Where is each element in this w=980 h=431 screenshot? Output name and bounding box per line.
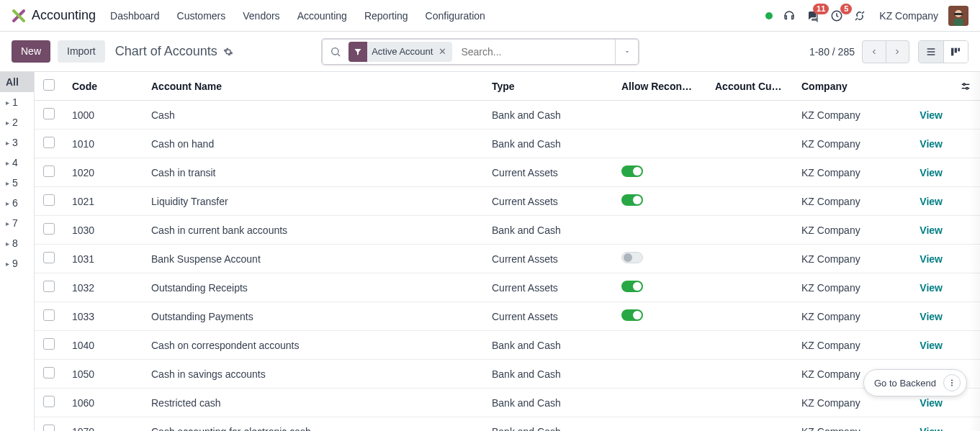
sidebar-section[interactable]: ▸2 [0, 112, 34, 132]
table-row[interactable]: 1070Cash accounting for electronic cashB… [35, 417, 980, 432]
sidebar-section[interactable]: ▸5 [0, 173, 34, 193]
row-checkbox[interactable] [43, 223, 55, 235]
reconcile-toggle[interactable] [621, 194, 643, 206]
chevron-right-icon: ▸ [6, 179, 9, 187]
view-link[interactable]: View [920, 340, 943, 351]
cell-company: KZ Company [793, 158, 894, 187]
search-input[interactable] [455, 40, 615, 64]
optional-columns-icon[interactable] [960, 81, 971, 92]
activities-icon[interactable]: 5 [830, 9, 843, 22]
go-to-backend-pill[interactable]: Go to Backend [863, 369, 967, 396]
cell-type: Bank and Cash [483, 360, 613, 389]
view-link[interactable]: View [920, 397, 943, 409]
select-all-checkbox[interactable] [43, 79, 55, 91]
row-checkbox[interactable] [43, 309, 55, 321]
debug-icon[interactable] [853, 9, 866, 22]
row-checkbox[interactable] [43, 108, 55, 119]
new-button[interactable]: New [12, 40, 50, 63]
sidebar-all[interactable]: All [0, 72, 34, 92]
cell-name: Cash in savings accounts [143, 360, 483, 389]
col-header-code[interactable]: Code [63, 72, 143, 101]
table-row[interactable]: 1032Outstanding ReceiptsCurrent AssetsKZ… [35, 273, 980, 302]
col-header-currency[interactable]: Account Cur… [706, 72, 793, 101]
view-switcher [918, 40, 968, 63]
user-avatar[interactable] [948, 6, 968, 26]
cell-name: Cash on hand [143, 130, 483, 158]
menu-item-reporting[interactable]: Reporting [364, 10, 408, 22]
cell-reconcile [613, 417, 706, 432]
presence-status-icon[interactable] [765, 12, 773, 19]
row-checkbox[interactable] [43, 252, 55, 263]
row-checkbox[interactable] [43, 194, 55, 206]
reconcile-toggle[interactable] [621, 281, 643, 292]
reconcile-toggle[interactable] [621, 165, 643, 177]
menu-item-accounting[interactable]: Accounting [297, 10, 347, 22]
row-checkbox[interactable] [43, 367, 55, 378]
table-row[interactable]: 1021Liquidity TransferCurrent AssetsKZ C… [35, 187, 980, 216]
col-header-type[interactable]: Type [483, 72, 613, 101]
table-row[interactable]: 1040Cash on correspondent accountsBank a… [35, 331, 980, 360]
row-checkbox[interactable] [43, 338, 55, 350]
breadcrumb-title: Chart of Accounts [115, 44, 217, 59]
sidebar-section[interactable]: ▸1 [0, 92, 34, 112]
view-link[interactable]: View [920, 224, 943, 236]
table-row[interactable]: 1000CashBank and CashKZ CompanyView [35, 101, 980, 130]
table-row[interactable]: 1031Bank Suspense AccountCurrent AssetsK… [35, 245, 980, 273]
menu-item-customers[interactable]: Customers [177, 10, 226, 22]
col-header-name[interactable]: Account Name [143, 72, 483, 101]
cell-code: 1070 [63, 417, 143, 432]
view-link[interactable]: View [920, 282, 943, 294]
sidebar-section[interactable]: ▸3 [0, 132, 34, 153]
view-list-button[interactable] [919, 41, 943, 63]
menu-item-dashboard[interactable]: Dashboard [110, 10, 160, 22]
table-row[interactable]: 1010Cash on handBank and CashKZ CompanyV… [35, 130, 980, 158]
sidebar-section[interactable]: ▸8 [0, 233, 34, 253]
pager-range[interactable]: 1-80 / 285 [809, 46, 855, 58]
app-logo[interactable]: Accounting [12, 8, 96, 23]
cell-company: KZ Company [793, 101, 894, 130]
row-checkbox[interactable] [43, 137, 55, 148]
view-link[interactable]: View [920, 167, 943, 178]
row-checkbox[interactable] [43, 396, 55, 407]
svg-line-4 [862, 12, 864, 14]
row-checkbox[interactable] [43, 425, 55, 431]
view-link[interactable]: View [920, 253, 943, 265]
col-header-company[interactable]: Company [793, 72, 894, 101]
messages-icon[interactable]: 11 [806, 9, 820, 22]
gear-icon[interactable] [223, 47, 233, 57]
view-link[interactable]: View [920, 109, 943, 121]
kebab-icon[interactable] [943, 374, 961, 391]
table-row[interactable]: 1030Cash in current bank accountsBank an… [35, 216, 980, 245]
sidebar-section[interactable]: ▸4 [0, 153, 34, 173]
search-options-toggle[interactable] [615, 40, 638, 64]
pager-next-button[interactable] [886, 41, 909, 63]
company-switcher[interactable]: KZ Company [879, 10, 938, 22]
sidebar-section[interactable]: ▸6 [0, 193, 34, 213]
menu-item-configuration[interactable]: Configuration [426, 10, 485, 22]
view-kanban-button[interactable] [943, 41, 968, 63]
sidebar-section-label: 3 [12, 137, 18, 148]
view-link[interactable]: View [920, 196, 943, 207]
cell-reconcile [613, 302, 706, 331]
reconcile-toggle[interactable] [621, 252, 643, 263]
remove-facet-icon[interactable]: ✕ [437, 46, 448, 57]
sidebar-section[interactable]: ▸7 [0, 213, 34, 233]
row-checkbox[interactable] [43, 165, 55, 177]
row-checkbox[interactable] [43, 281, 55, 292]
menu-item-vendors[interactable]: Vendors [243, 10, 279, 22]
view-link[interactable]: View [920, 426, 943, 432]
table-row[interactable]: 1050Cash in savings accountsBank and Cas… [35, 360, 980, 389]
cell-currency [706, 417, 793, 432]
reconcile-toggle[interactable] [621, 309, 643, 321]
table-row[interactable]: 1060Restricted cashBank and CashKZ Compa… [35, 389, 980, 417]
table-row[interactable]: 1020Cash in transitCurrent AssetsKZ Comp… [35, 158, 980, 187]
view-link[interactable]: View [920, 138, 943, 150]
import-button[interactable]: Import [58, 40, 105, 63]
view-link[interactable]: View [920, 311, 943, 322]
cell-company: KZ Company [793, 245, 894, 273]
col-header-reconcile[interactable]: Allow Recon… [613, 72, 706, 101]
sidebar-section[interactable]: ▸9 [0, 253, 34, 273]
pager-prev-button[interactable] [863, 41, 886, 63]
table-row[interactable]: 1033Outstanding PaymentsCurrent AssetsKZ… [35, 302, 980, 331]
voip-icon[interactable] [783, 9, 796, 22]
